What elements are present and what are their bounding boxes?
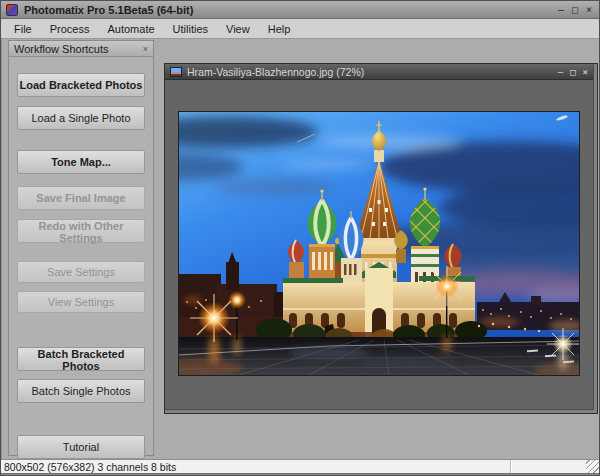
- maximize-icon[interactable]: □: [572, 5, 578, 15]
- menu-view[interactable]: View: [217, 20, 259, 38]
- status-secondary-cell: [511, 460, 586, 473]
- status-bar: 800x502 (576x382) 3 channels 8 bits: [1, 459, 599, 473]
- document-client-area: [165, 80, 593, 408]
- app-title: Photomatix Pro 5.1Beta5 (64-bit): [24, 4, 552, 16]
- app-titlebar[interactable]: Photomatix Pro 5.1Beta5 (64-bit) – □ ×: [1, 1, 599, 19]
- save-final-image-button[interactable]: Save Final Image: [17, 186, 145, 210]
- panel-header: Workflow Shortcuts ×: [9, 41, 153, 57]
- image-info-text: 800x502 (576x382) 3 channels 8 bits: [4, 461, 176, 473]
- st-basils-cathedral-photo: [178, 111, 580, 376]
- menu-help[interactable]: Help: [259, 20, 300, 38]
- redo-other-settings-button[interactable]: Redo with Other Settings: [17, 219, 145, 243]
- tutorial-button[interactable]: Tutorial: [17, 435, 145, 459]
- menu-process[interactable]: Process: [41, 20, 99, 38]
- resize-grip-icon[interactable]: [586, 460, 599, 473]
- workflow-shortcuts-panel: Workflow Shortcuts × Load Bracketed Phot…: [8, 40, 154, 456]
- doc-close-icon[interactable]: ×: [583, 67, 588, 77]
- workspace: Hram-Vasiliya-Blazhennogo.jpg (72%) – □ …: [158, 39, 599, 459]
- document-icon: [170, 67, 182, 77]
- panel-close-icon[interactable]: ×: [143, 44, 148, 54]
- doc-minimize-icon[interactable]: –: [558, 67, 563, 77]
- minimize-icon[interactable]: –: [558, 5, 564, 15]
- view-settings-button[interactable]: View Settings: [17, 291, 145, 313]
- document-title: Hram-Vasiliya-Blazhennogo.jpg (72%): [187, 66, 553, 78]
- document-titlebar[interactable]: Hram-Vasiliya-Blazhennogo.jpg (72%) – □ …: [165, 64, 593, 80]
- menu-utilities[interactable]: Utilities: [164, 20, 217, 38]
- batch-single-photos-button[interactable]: Batch Single Photos: [17, 379, 145, 403]
- menu-automate[interactable]: Automate: [98, 20, 163, 38]
- load-bracketed-photos-button[interactable]: Load Bracketed Photos: [17, 73, 145, 97]
- workflow-sidebar: Workflow Shortcuts × Load Bracketed Phot…: [1, 39, 158, 459]
- save-settings-button[interactable]: Save Settings: [17, 261, 145, 283]
- tone-map-button[interactable]: Tone Map...: [17, 150, 145, 174]
- menu-bar: File Process Automate Utilities View Hel…: [1, 19, 599, 39]
- load-single-photo-button[interactable]: Load a Single Photo: [17, 106, 145, 130]
- photomatix-app-icon: [6, 4, 18, 16]
- close-icon[interactable]: ×: [586, 5, 592, 15]
- batch-bracketed-photos-button[interactable]: Batch Bracketed Photos: [17, 347, 145, 371]
- document-window[interactable]: Hram-Vasiliya-Blazhennogo.jpg (72%) – □ …: [164, 63, 598, 414]
- menu-file[interactable]: File: [5, 20, 41, 38]
- doc-maximize-icon[interactable]: □: [570, 67, 575, 77]
- panel-title: Workflow Shortcuts: [14, 43, 109, 55]
- photomatix-app-window: { "window": { "title": "Photomatix Pro 5…: [0, 0, 600, 476]
